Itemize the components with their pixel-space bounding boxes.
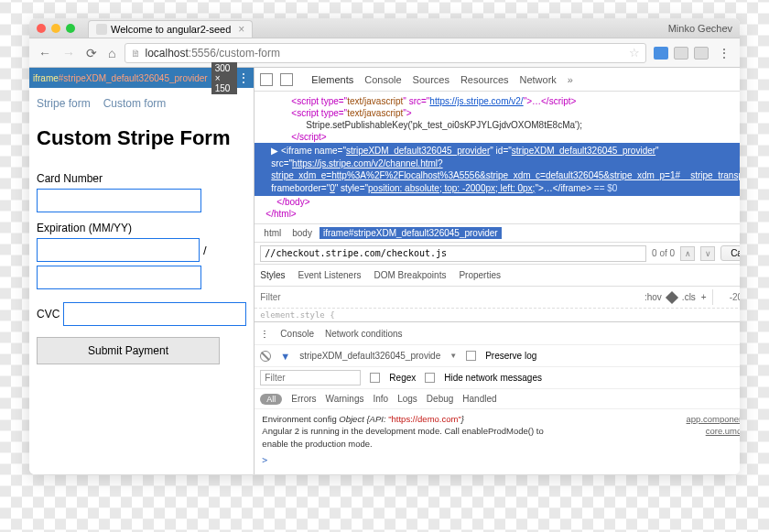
subtab-dom-breakpoints[interactable]: DOM Breakpoints [374,270,447,280]
browser-menu-icon[interactable]: ⋮ [716,46,732,60]
tab-sources[interactable]: Sources [413,74,449,85]
level-warnings[interactable]: Warnings [326,394,364,404]
tab-resources[interactable]: Resources [460,74,509,85]
home-button[interactable]: ⌂ [106,46,117,60]
elements-breadcrumb: html body iframe#stripeXDM_default326045… [255,223,740,242]
inspect-element-icon[interactable] [260,73,273,86]
add-rule-icon[interactable]: + [701,292,707,302]
back-button[interactable]: ← [37,46,53,60]
level-handled[interactable]: Handled [462,394,496,404]
expiration-slash: / [203,244,207,257]
console-prompt[interactable]: > [255,453,740,467]
subtab-properties[interactable]: Properties [459,270,501,280]
level-all[interactable]: All [260,394,282,405]
console-filter-input[interactable] [260,370,361,385]
breadcrumb-iframe[interactable]: iframe#stripeXDM_default326045_provider [320,227,502,239]
subtab-event-listeners[interactable]: Event Listeners [298,270,362,280]
console-text: } [461,414,464,424]
minimize-window-icon[interactable] [51,24,60,33]
context-dropdown-icon[interactable]: ▼ [449,352,457,360]
tab-close-icon[interactable]: × [238,23,244,36]
profile-name[interactable]: Minko Gechev [668,23,732,34]
address-host: localhost [145,47,188,60]
filter-icon[interactable]: ▼ [280,351,290,362]
tab-console[interactable]: Console [364,74,401,85]
console-source-link[interactable]: core.umd.js:241 [706,425,740,450]
el-code: text/javascript [347,96,403,106]
card-number-input[interactable] [37,189,201,212]
el-code: " style=" [335,183,368,193]
content-area: iframe#stripeXDM_default326045_provider … [29,68,740,474]
drawer-tab-network-conditions[interactable]: Network conditions [325,329,402,339]
expiration-year-input[interactable] [37,266,201,289]
level-errors[interactable]: Errors [291,394,316,404]
search-next-icon[interactable]: ∨ [700,246,715,261]
level-logs[interactable]: Logs [397,394,417,404]
extension-icon[interactable] [694,47,709,60]
breadcrumb-html[interactable]: html [260,227,285,239]
page-menu-icon[interactable]: ⋮ [237,71,250,85]
submit-payment-button[interactable]: Submit Payment [37,337,220,364]
console-output: Environment config Object {API: "https:/… [255,408,740,453]
pin-icon[interactable] [666,290,678,303]
clear-console-icon[interactable] [260,351,271,362]
search-prev-icon[interactable]: ∧ [680,246,695,261]
console-text: Object {API: [339,414,388,424]
reload-button[interactable]: ⟳ [84,46,99,60]
tab-title: Welcome to angular2-seed [111,24,231,35]
nav-custom-form[interactable]: Custom form [103,97,167,110]
styles-filter-input[interactable] [260,292,637,302]
page-heading: Custom Stripe Form [37,126,246,150]
tab-elements[interactable]: Elements [311,74,353,85]
address-bar[interactable]: 🗎 localhost:5556/custom-form ☆ [125,43,646,63]
extension-icon[interactable] [654,47,668,60]
address-port: :5556 [189,47,216,60]
computed-value: -2000 [712,289,740,305]
level-info[interactable]: Info [373,394,388,404]
console-text: Environment config [262,414,339,424]
regex-checkbox[interactable] [370,373,380,383]
elements-search-row: 0 of 0 ∧ ∨ Cancel [255,242,740,264]
selected-element[interactable]: ▶ <iframe name="stripeXDM_default326045_… [255,143,740,196]
tab-network[interactable]: Network [520,74,557,85]
expiration-month-input[interactable] [37,238,200,262]
extension-icons [654,47,709,60]
devtools: Elements Console Sources Resources Netwo… [255,68,740,474]
console-text: Angular 2 is running in the development … [262,425,555,450]
console-source-link[interactable]: app.component.ts:20 [687,413,740,425]
elements-panel[interactable]: <script type="text/javascript" src="http… [255,92,740,223]
breadcrumb-body[interactable]: body [288,227,316,239]
nav-stripe-form[interactable]: Stripe form [37,97,91,110]
console-context[interactable]: stripeXDM_default326045_provide [299,351,440,361]
tabs-overflow-icon[interactable]: » [568,74,573,85]
hov-toggle[interactable]: :hov [644,292,662,302]
maximize-window-icon[interactable] [66,24,75,33]
cls-toggle[interactable]: .cls [682,292,696,302]
page-area: iframe#stripeXDM_default326045_provider … [29,68,255,474]
drawer-menu-icon[interactable]: ⋮ [260,329,269,339]
favicon-icon [96,24,107,35]
el-code: text/javascript [347,108,403,118]
device-toolbar-icon[interactable] [280,73,293,86]
extension-icon[interactable] [674,47,688,60]
cvc-input[interactable] [63,302,246,326]
level-debug[interactable]: Debug [427,394,453,404]
drawer-tab-console[interactable]: Console [280,329,314,339]
el-code: </html> [265,209,296,219]
close-window-icon[interactable] [37,24,46,33]
search-cancel-button[interactable]: Cancel [720,245,740,261]
console-text: "https://demo.com" [388,414,461,424]
subtab-styles[interactable]: Styles [260,270,285,280]
el-code: <script type=" [291,108,347,118]
elements-search-input[interactable] [260,245,646,262]
toolbar: ← → ⟳ ⌂ 🗎 localhost:5556/custom-form ☆ ⋮ [29,38,740,68]
preserve-log-label: Preserve log [485,351,536,361]
el-code: Stripe.setPublishableKey('pk_test_oi0sKP… [306,120,582,130]
site-info-icon[interactable]: 🗎 [131,48,141,59]
bookmark-icon[interactable]: ☆ [629,46,640,60]
inspect-overlay-strip: iframe#stripeXDM_default326045_provider … [29,68,254,88]
preserve-log-checkbox[interactable] [466,351,476,361]
forward-button[interactable]: → [60,46,77,60]
browser-tab[interactable]: Welcome to angular2-seed × [88,20,253,38]
hide-network-checkbox[interactable] [425,373,435,383]
